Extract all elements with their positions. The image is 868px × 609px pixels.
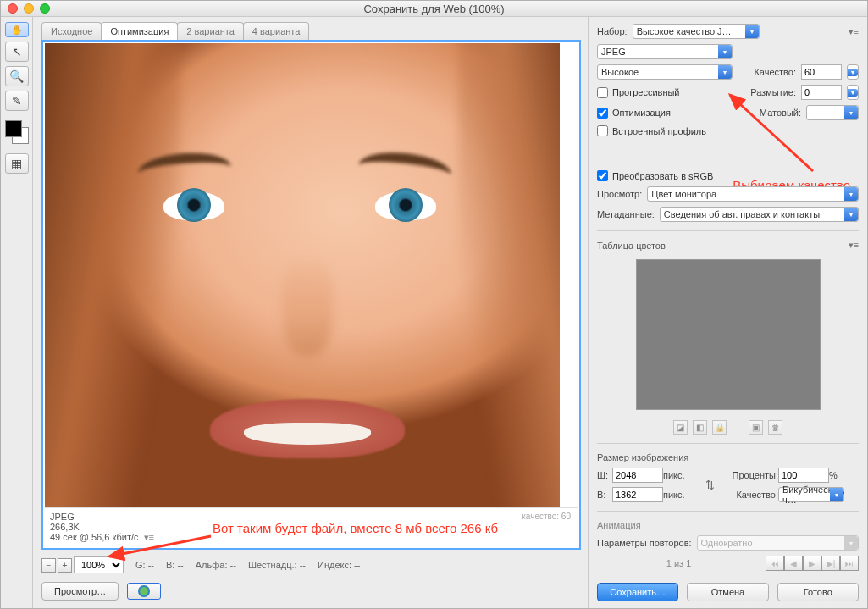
width-label: Ш: xyxy=(597,470,612,480)
percent-field[interactable] xyxy=(778,468,829,483)
srgb-checkbox[interactable]: Преобразовать в sRGB xyxy=(597,170,713,181)
color-swatch[interactable] xyxy=(5,120,29,144)
tab-original[interactable]: Исходное xyxy=(41,22,102,40)
metadata-select[interactable]: Сведения об авт. правах и контакты▾ xyxy=(660,207,859,222)
blur-field[interactable] xyxy=(801,85,842,100)
progressive-checkbox[interactable]: Прогрессивный xyxy=(597,87,680,98)
preview-mode-label: Просмотр: xyxy=(597,189,642,199)
flyout-icon[interactable]: ▾≡ xyxy=(144,532,154,543)
zoom-tool[interactable]: 🔍 xyxy=(5,66,29,86)
readout-g: G: -- xyxy=(135,560,154,570)
preview-frame: JPEG 266,3K 49 сек @ 56,6 кбит/с▾≡ качес… xyxy=(41,40,581,550)
readout-b: B: -- xyxy=(166,560,184,570)
ct-new-icon[interactable]: ▣ xyxy=(749,420,763,435)
prev-frame-button: ◀ xyxy=(784,556,803,571)
quality-preset-select[interactable]: Высокое▾ xyxy=(597,64,733,80)
preset-select[interactable]: Высокое качество J…▾ xyxy=(633,24,760,39)
toggle-slices-icon[interactable]: ▦ xyxy=(5,153,29,174)
loop-label: Параметры повторов: xyxy=(597,538,692,548)
ct-lock-icon[interactable]: 🔒 xyxy=(712,420,727,435)
preview-mode-select[interactable]: Цвет монитора▾ xyxy=(647,186,859,202)
link-icon[interactable]: ⇅ xyxy=(704,479,716,491)
blur-stepper[interactable]: ▾ xyxy=(847,85,859,100)
resample-select[interactable]: Бикубическая, ч…▾ xyxy=(778,487,844,502)
panel-flyout-icon[interactable]: ▾≡ xyxy=(849,26,859,37)
ct-trash-icon[interactable]: 🗑 xyxy=(768,420,782,435)
cancel-button[interactable]: Отмена xyxy=(687,583,768,601)
image-size-title: Размер изображения xyxy=(597,452,859,462)
window-title: Сохранить для Web (100%) xyxy=(1,3,867,15)
readout-alpha: Альфа: -- xyxy=(196,560,236,570)
preset-label: Набор: xyxy=(597,26,628,36)
image-preview[interactable] xyxy=(45,43,560,507)
preview-tabs: Исходное Оптимизация 2 варианта 4 вариан… xyxy=(41,22,581,40)
loop-select: Однократно▾ xyxy=(697,535,859,551)
hand-tool[interactable]: ✋ xyxy=(5,22,29,37)
first-frame-button: ⏮ xyxy=(766,556,784,571)
browser-select[interactable] xyxy=(127,583,161,600)
height-field[interactable] xyxy=(612,487,663,502)
tool-column: ✋ ↖ 🔍 ✎ ▦ xyxy=(1,17,33,608)
quality-field[interactable] xyxy=(801,64,842,80)
titlebar: Сохранить для Web (100%) xyxy=(1,1,867,17)
blur-label: Размытие: xyxy=(750,87,796,97)
animation-title: Анимация xyxy=(597,520,859,530)
eyedropper-tool[interactable]: ✎ xyxy=(5,91,29,111)
frame-indicator: 1 из 1 xyxy=(597,558,760,568)
save-button[interactable]: Сохранить… xyxy=(597,583,678,601)
color-table-title: Таблица цветов xyxy=(597,241,666,251)
color-table xyxy=(636,259,821,410)
slice-select-tool[interactable]: ↖ xyxy=(5,42,29,62)
play-button: ▶ xyxy=(803,556,821,571)
info-format: JPEG xyxy=(50,512,572,522)
next-frame-button: ▶| xyxy=(821,556,840,571)
readout-index: Индекс: -- xyxy=(318,560,360,570)
percent-label: Проценты: xyxy=(724,470,778,480)
zoom-select[interactable]: 100% xyxy=(74,556,124,573)
info-time: 49 сек @ 56,6 кбит/с xyxy=(50,532,139,542)
ct-eyedrop-icon[interactable]: ◪ xyxy=(673,420,688,435)
preview-button[interactable]: Просмотр… xyxy=(41,582,119,601)
color-table-tools: ◪ ◧ 🔒 ▣ 🗑 xyxy=(597,420,859,435)
tab-2up[interactable]: 2 варианта xyxy=(177,22,244,40)
matte-label: Матовый: xyxy=(760,108,801,118)
done-button[interactable]: Готово xyxy=(777,583,859,601)
zoom-in-button[interactable]: + xyxy=(58,558,72,573)
resample-label: Качество: xyxy=(724,490,778,500)
metadata-label: Метаданные: xyxy=(597,209,655,219)
zoom-out-button[interactable]: − xyxy=(41,558,56,573)
last-frame-button: ⏭ xyxy=(840,556,859,571)
status-bar: − + 100% G: -- B: -- Альфа: -- Шестнадц.… xyxy=(41,556,581,573)
colortable-flyout-icon[interactable]: ▾≡ xyxy=(849,240,859,251)
info-size: 266,3K xyxy=(50,522,572,532)
quality-stepper[interactable]: ▾ xyxy=(847,64,859,80)
ct-shift-icon[interactable]: ◧ xyxy=(693,420,707,435)
optimized-checkbox[interactable]: Оптимизация xyxy=(597,108,671,119)
width-field[interactable] xyxy=(612,468,663,483)
globe-icon xyxy=(138,585,150,597)
height-label: В: xyxy=(597,490,612,500)
settings-panel: Набор: Высокое качество J…▾ ▾≡ JPEG▾ Выс… xyxy=(588,17,867,608)
info-strip: JPEG 266,3K 49 сек @ 56,6 кбит/с▾≡ качес… xyxy=(45,507,578,546)
tab-4up[interactable]: 4 варианта xyxy=(243,22,310,40)
tab-optimized[interactable]: Оптимизация xyxy=(101,22,178,40)
format-select[interactable]: JPEG▾ xyxy=(597,44,733,59)
quality-readout: качество: 60 xyxy=(522,512,571,521)
quality-label: Качество: xyxy=(754,67,796,77)
readout-hex: Шестнадц.: -- xyxy=(248,560,306,570)
matte-select[interactable]: ▾ xyxy=(806,105,859,120)
embed-profile-checkbox[interactable]: Встроенный профиль xyxy=(597,125,706,136)
